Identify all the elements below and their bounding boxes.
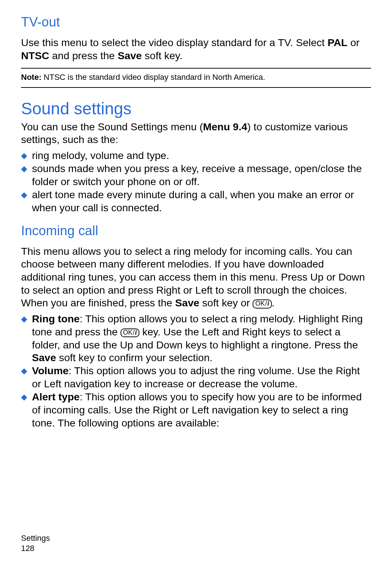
text-save: Save — [32, 352, 56, 363]
list-item-ring-tone: Ring tone: This option allows you to sel… — [32, 313, 371, 365]
heading-incoming-call: Incoming call — [21, 223, 371, 238]
text: . — [272, 297, 275, 309]
i-text: i — [135, 329, 137, 336]
list-item-alert-type: Alert type: This option allows you to sp… — [32, 391, 371, 430]
heading-sound-settings: Sound settings — [21, 99, 371, 118]
label-alert-type: Alert type — [32, 391, 79, 403]
text-save: Save — [175, 297, 200, 309]
ok-text: OK — [123, 329, 132, 336]
i-text: i — [267, 300, 269, 307]
incoming-paragraph: This menu allows you to select a ring me… — [21, 245, 371, 310]
text-pal: PAL — [327, 37, 347, 48]
text: and press the — [49, 50, 118, 61]
text-menu-9-4: Menu 9.4 — [203, 121, 247, 132]
text: soft key to confirm your selection. — [56, 352, 213, 363]
list-item: alert tone made every minute during a ca… — [32, 188, 371, 215]
text: : This option allows you to adjust the r… — [32, 365, 360, 389]
heading-tv-out: TV-out — [21, 15, 371, 30]
text: Use this menu to select the video displa… — [21, 37, 327, 48]
text-save: Save — [118, 50, 142, 61]
note-label: Note: — [21, 73, 41, 82]
manual-page: TV-out Use this menu to select the video… — [0, 0, 392, 588]
text-ntsc: NTSC — [21, 50, 49, 61]
incoming-bullet-list: Ring tone: This option allows you to sel… — [21, 313, 371, 430]
tv-out-paragraph: Use this menu to select the video displa… — [21, 36, 371, 62]
text: soft key. — [142, 50, 183, 61]
text: soft key or — [199, 297, 253, 309]
slash: / — [132, 329, 135, 336]
ok-key-icon: OK/i — [121, 328, 139, 338]
ok-text: OK — [255, 300, 265, 307]
text: You can use the Sound Settings menu ( — [21, 121, 203, 132]
label-volume: Volume — [32, 365, 69, 376]
list-item: sounds made when you press a key, receiv… — [32, 162, 371, 188]
sound-intro: You can use the Sound Settings menu (Men… — [21, 121, 371, 146]
page-footer: Settings 128 — [21, 533, 50, 553]
sound-bullet-list: ring melody, volume and type. sounds mad… — [21, 149, 371, 215]
footer-section: Settings — [21, 533, 50, 543]
ok-key-icon: OK/i — [253, 299, 271, 309]
list-item-volume: Volume: This option allows you to adjust… — [32, 364, 371, 391]
note-text: NTSC is the standard video display stand… — [41, 73, 265, 82]
note-box: Note: NTSC is the standard video display… — [21, 68, 371, 88]
text: or — [347, 37, 359, 48]
text: : This option allows you to specify how … — [32, 391, 362, 429]
list-item: ring melody, volume and type. — [32, 149, 371, 162]
footer-page-number: 128 — [21, 543, 50, 554]
label-ring-tone: Ring tone — [32, 313, 79, 324]
